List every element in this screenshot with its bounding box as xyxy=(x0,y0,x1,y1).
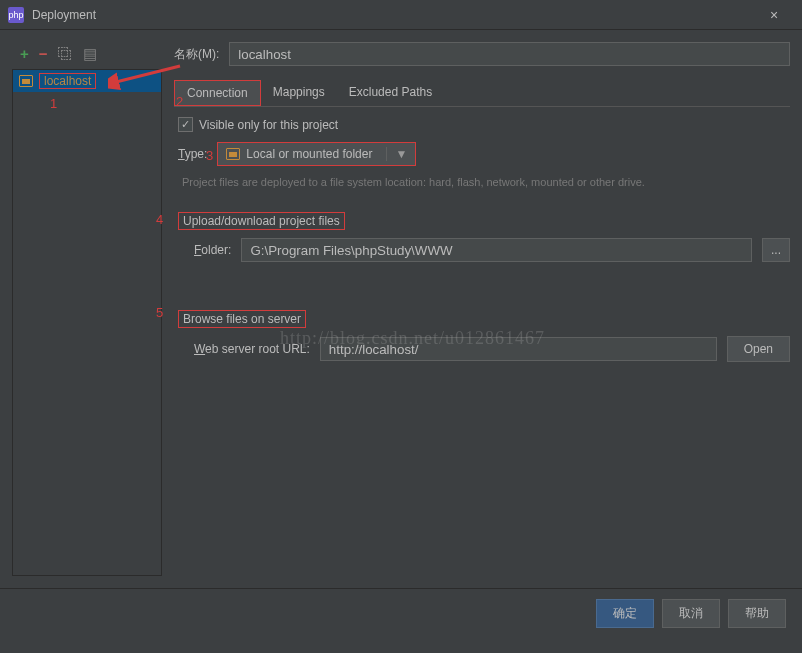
add-icon[interactable]: + xyxy=(20,46,29,61)
titlebar: php Deployment × xyxy=(0,0,802,30)
tab-excluded[interactable]: Excluded Paths xyxy=(337,80,444,106)
visible-label: Visible only for this project xyxy=(199,118,338,132)
folder-input[interactable] xyxy=(241,238,752,262)
type-hint: Project files are deployed to a file sys… xyxy=(178,176,790,188)
folder-label: Folder: xyxy=(194,243,231,257)
server-item-localhost[interactable]: localhost xyxy=(13,70,161,92)
ok-button[interactable]: 确定 xyxy=(596,599,654,628)
window-title: Deployment xyxy=(32,8,754,22)
server-type-icon xyxy=(19,75,33,87)
name-input[interactable] xyxy=(229,42,790,66)
annotation-4: 4 xyxy=(156,212,163,227)
close-button[interactable]: × xyxy=(754,0,794,30)
annotation-2: 2 xyxy=(176,94,183,109)
type-value: Local or mounted folder xyxy=(246,147,372,161)
folder-browse-button[interactable]: ... xyxy=(762,238,790,262)
page-icon[interactable]: ▤ xyxy=(83,46,97,61)
chevron-down-icon: ▼ xyxy=(386,147,407,161)
type-select[interactable]: Local or mounted folder ▼ xyxy=(217,142,416,166)
annotation-5: 5 xyxy=(156,305,163,320)
app-icon: php xyxy=(8,7,24,23)
folder-icon xyxy=(226,148,240,160)
open-button[interactable]: Open xyxy=(727,336,790,362)
server-tree[interactable]: localhost xyxy=(12,69,162,576)
copy-icon[interactable]: ⿻ xyxy=(58,46,73,61)
tab-connection[interactable]: Connection xyxy=(174,80,261,106)
server-label: localhost xyxy=(39,73,96,89)
section-browse-title: Browse files on server xyxy=(178,310,306,328)
type-label: Type: xyxy=(178,147,207,161)
annotation-1: 1 xyxy=(50,96,57,111)
tab-mappings[interactable]: Mappings xyxy=(261,80,337,106)
tabs: Connection Mappings Excluded Paths xyxy=(174,80,790,107)
annotation-3: 3 xyxy=(206,148,213,163)
sidebar-toolbar: + − ⿻ ▤ xyxy=(12,42,162,69)
help-button[interactable]: 帮助 xyxy=(728,599,786,628)
remove-icon[interactable]: − xyxy=(39,46,48,61)
main-panel: 名称(M): Connection Mappings Excluded Path… xyxy=(174,42,790,576)
cancel-button[interactable]: 取消 xyxy=(662,599,720,628)
name-label: 名称(M): xyxy=(174,46,219,63)
sidebar: + − ⿻ ▤ localhost xyxy=(12,42,162,576)
section-upload-title: Upload/download project files xyxy=(178,212,345,230)
url-input[interactable] xyxy=(320,337,717,361)
visible-checkbox[interactable]: ✓ xyxy=(178,117,193,132)
url-label: Web server root URL: xyxy=(194,342,310,356)
dialog-footer: 确定 取消 帮助 xyxy=(0,588,802,638)
